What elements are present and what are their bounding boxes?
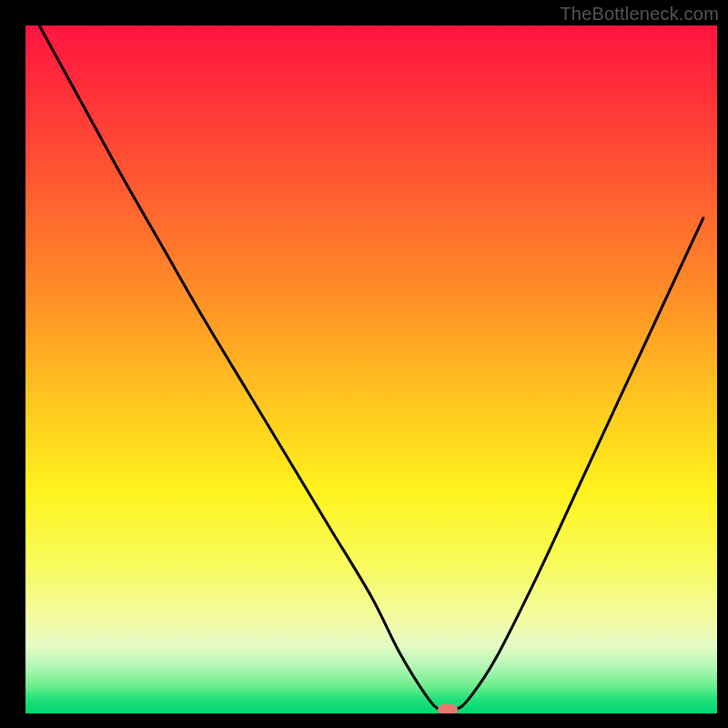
optimal-point-marker xyxy=(438,704,458,713)
watermark-label: TheBottleneck.com xyxy=(560,4,719,25)
chart-frame: TheBottleneck.com xyxy=(0,0,728,728)
bottleneck-curve xyxy=(25,25,717,713)
plot-area xyxy=(25,25,717,713)
